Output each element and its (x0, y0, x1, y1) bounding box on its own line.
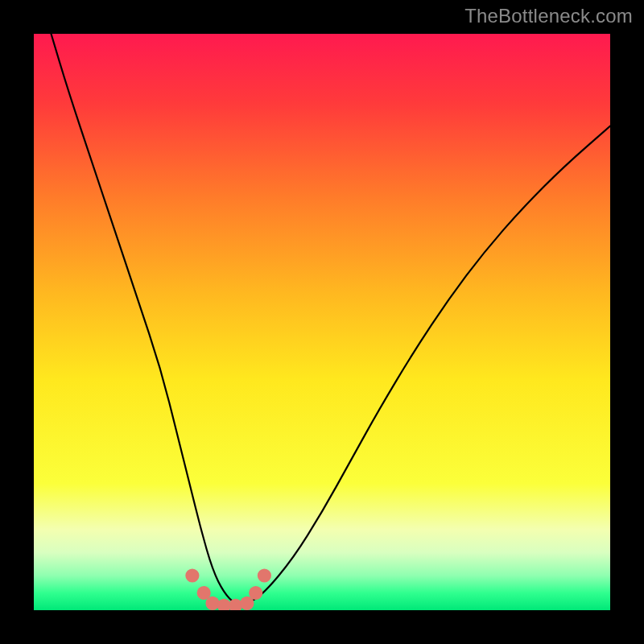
highlight-dot (258, 568, 271, 582)
highlight-dot (185, 568, 199, 582)
watermark-text: TheBottleneck.com (464, 5, 633, 27)
bottleneck-curve (34, 34, 610, 610)
highlight-dot (205, 597, 219, 610)
highlight-dot (249, 586, 262, 600)
plot-area (34, 34, 610, 610)
chart-frame: TheBottleneck.com (0, 0, 644, 644)
